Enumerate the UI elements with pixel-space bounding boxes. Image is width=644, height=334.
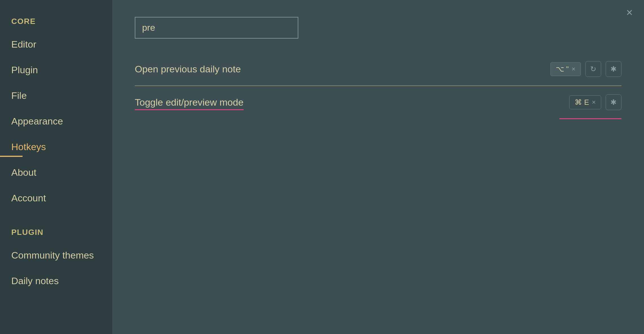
remove-shortcut-btn-1[interactable]: × — [572, 65, 575, 73]
add-shortcut-btn-1[interactable]: ✱ — [606, 61, 621, 77]
reset-shortcut-btn-1[interactable]: ↻ — [585, 61, 601, 77]
sidebar-item-appearance[interactable]: Appearance — [0, 108, 112, 134]
hotkey-label-open-previous: Open previous daily note — [135, 64, 241, 75]
hotkey-label-toggle-edit: Toggle edit/preview mode — [135, 97, 244, 108]
shortcut-badge-open-previous: ⌥ " × — [550, 62, 581, 76]
section-label-plugin: PLUGIN — [0, 222, 112, 242]
sidebar-item-editor[interactable]: Editor — [0, 32, 112, 57]
remove-shortcut-btn-2[interactable]: × — [592, 98, 596, 106]
sidebar-item-community-themes[interactable]: Community themes — [0, 242, 112, 268]
sidebar-item-plugin[interactable]: Plugin — [0, 57, 112, 83]
sidebar-item-daily-notes[interactable]: Daily notes — [0, 268, 112, 294]
section-label-core: CORE — [0, 11, 112, 32]
hotkey-row-toggle-edit: Toggle edit/preview mode ⌘ E × ✱ — [135, 86, 621, 119]
search-input[interactable] — [135, 17, 298, 39]
hotkey-controls-open-previous: ⌥ " × ↻ ✱ — [550, 61, 621, 77]
hotkey-controls-toggle-edit: ⌘ E × ✱ — [569, 94, 621, 110]
main-content: × Open previous daily note ⌥ " × ↻ ✱ Tog… — [112, 0, 644, 334]
hotkey-row-open-previous: Open previous daily note ⌥ " × ↻ ✱ — [135, 53, 621, 86]
sidebar-item-file[interactable]: File — [0, 83, 112, 108]
shortcut-badge-toggle-edit: ⌘ E × — [569, 95, 601, 109]
close-button[interactable]: × — [626, 7, 633, 18]
sidebar-item-hotkeys[interactable]: Hotkeys — [0, 134, 112, 160]
sidebar: CORE Editor Plugin File Appearance Hotke… — [0, 0, 112, 334]
sidebar-item-account[interactable]: Account — [0, 185, 112, 211]
sidebar-item-about[interactable]: About — [0, 160, 112, 185]
row-underline-pink — [559, 118, 621, 119]
add-shortcut-btn-2[interactable]: ✱ — [606, 94, 621, 110]
